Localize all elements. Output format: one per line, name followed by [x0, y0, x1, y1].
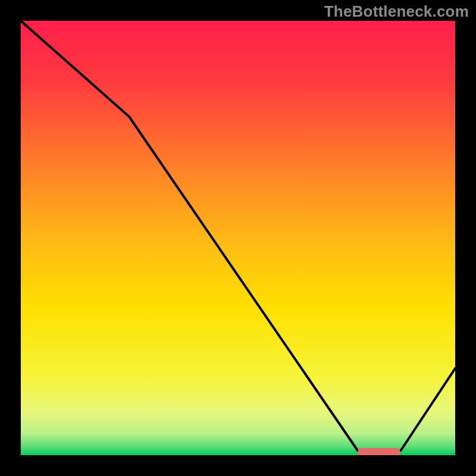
optimal-marker — [358, 448, 400, 455]
gradient-background — [21, 21, 455, 455]
watermark-text: TheBottleneck.com — [324, 2, 469, 21]
plot-area — [21, 21, 455, 455]
chart-svg — [21, 21, 455, 455]
chart-frame: TheBottleneck.com — [0, 0, 476, 476]
